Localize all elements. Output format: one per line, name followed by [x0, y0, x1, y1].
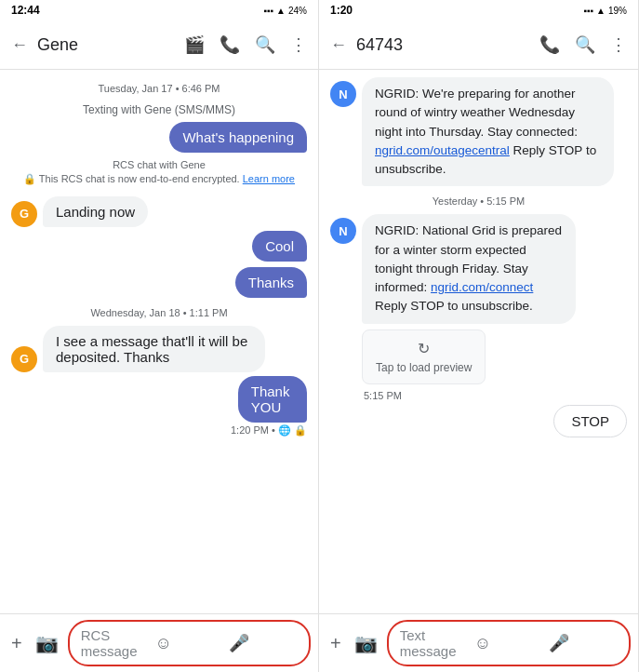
signal-icon-right: ▪▪▪ — [583, 6, 593, 16]
sms-label: Texting with Gene (SMS/MMS) — [11, 103, 307, 116]
time-right: 1:20 — [330, 4, 353, 17]
timestamp-1: Tuesday, Jan 17 • 6:46 PM — [11, 83, 307, 94]
text-placeholder: Text message — [400, 627, 469, 659]
avatar-ngrid-2: N — [330, 218, 356, 244]
ngrid-bubble-1: NGRID: We're preparing for another round… — [362, 77, 614, 186]
wifi-icon: ▲ — [276, 6, 286, 16]
left-phone-panel: 12:44 ▪▪▪ ▲ 24% ← Gene 🎬 📞 🔍 ⋮ Tuesday, … — [0, 0, 319, 672]
right-phone-panel: 1:20 ▪▪▪ ▲ 19% ← 64743 📞 🔍 ⋮ N NGRID: We… — [319, 0, 639, 672]
phone-icon[interactable]: 📞 — [216, 31, 244, 59]
received-row-1: G Landing now — [11, 196, 307, 227]
signal-icon: ▪▪▪ — [263, 6, 273, 16]
nav-bar-right: ← 64743 📞 🔍 ⋮ — [319, 20, 638, 69]
back-button-left[interactable]: ← — [7, 32, 32, 59]
add-icon-left[interactable]: + — [7, 629, 26, 658]
time-left: 12:44 — [11, 4, 40, 17]
ngrid-row-2: N NGRID: National Grid is prepared for a… — [330, 214, 627, 383]
more-options-icon-right[interactable]: ⋮ — [606, 31, 631, 59]
video-call-icon[interactable]: 🎬 — [180, 31, 208, 59]
load-preview-label: Tap to load preview — [376, 361, 472, 374]
avatar-gene-2: G — [11, 346, 37, 372]
battery-left: 24% — [288, 6, 307, 16]
status-icons-left: ▪▪▪ ▲ 24% — [263, 6, 307, 16]
ngrid-link-2[interactable]: ngrid.com/connect — [431, 280, 533, 294]
phone-icon-right[interactable]: 📞 — [536, 31, 564, 59]
rcs-info-label: RCS chat with Gene 🔒 This RCS chat is no… — [11, 158, 307, 187]
ngrid-row-1: N NGRID: We're preparing for another rou… — [330, 77, 627, 186]
search-icon-right[interactable]: 🔍 — [571, 31, 599, 59]
sent-bubble-thankyou: Thank YOU — [238, 376, 307, 423]
msg-time-left: 1:20 PM • 🌐 🔒 — [231, 424, 307, 437]
add-icon-right[interactable]: + — [326, 629, 345, 658]
emoji-icon-right[interactable]: ☺ — [474, 634, 543, 653]
sent-bubble-thanks: Thanks — [235, 267, 307, 298]
learn-more-link[interactable]: Learn more — [243, 173, 295, 184]
mic-icon-left[interactable]: 🎤 — [229, 633, 298, 653]
contact-name-left: Gene — [37, 35, 175, 55]
avatar-ngrid-1: N — [330, 81, 356, 107]
received-bubble-1: Landing now — [43, 196, 148, 227]
sent-bubble-1: What's happening — [169, 122, 307, 153]
avatar-gene: G — [11, 201, 37, 227]
sent-bubble-cool: Cool — [252, 231, 307, 262]
battery-right: 19% — [608, 6, 627, 16]
load-preview-box[interactable]: ↻ Tap to load preview — [362, 329, 486, 384]
wifi-icon-right: ▲ — [596, 6, 606, 16]
mic-icon-right[interactable]: 🎤 — [549, 633, 618, 653]
ngrid-bubble-2: NGRID: National Grid is prepared for a w… — [362, 214, 576, 323]
nav-bar-left: ← Gene 🎬 📞 🔍 ⋮ — [0, 20, 318, 69]
timestamp-yesterday: Yesterday • 5:15 PM — [330, 195, 627, 207]
camera-icon-left[interactable]: 📷 — [32, 628, 62, 658]
status-bar-left: 12:44 ▪▪▪ ▲ 24% — [0, 0, 318, 20]
input-area-right[interactable]: + 📷 Text message ☺ 🎤 — [319, 613, 638, 672]
rcs-placeholder: RCS message — [81, 627, 150, 659]
msg-time-right: 5:15 PM — [364, 390, 627, 401]
nav-icons-right: 📞 🔍 ⋮ — [536, 31, 631, 59]
ngrid-link-1[interactable]: ngrid.com/outagecentral — [375, 143, 510, 157]
thank-you-section: Thank YOU 1:20 PM • 🌐 🔒 — [208, 376, 307, 437]
messages-area-left[interactable]: Tuesday, Jan 17 • 6:46 PM Texting with G… — [0, 70, 318, 613]
status-icons-right: ▪▪▪ ▲ 19% — [583, 6, 627, 16]
input-area-left[interactable]: + 📷 RCS message ☺ 🎤 — [0, 613, 318, 672]
camera-icon-right[interactable]: 📷 — [351, 628, 381, 658]
timestamp-2: Wednesday, Jan 18 • 1:11 PM — [11, 307, 307, 318]
input-wrapper-right[interactable]: Text message ☺ 🎤 — [387, 620, 631, 666]
emoji-icon-left[interactable]: ☺ — [154, 634, 223, 653]
status-bar-right: 1:20 ▪▪▪ ▲ 19% — [319, 0, 638, 20]
messages-area-right[interactable]: N NGRID: We're preparing for another rou… — [319, 70, 638, 613]
search-icon[interactable]: 🔍 — [251, 31, 279, 59]
contact-name-right: 64743 — [356, 35, 530, 55]
nav-icons-left: 🎬 📞 🔍 ⋮ — [180, 31, 311, 59]
stop-bubble: STOP — [553, 405, 627, 437]
received-row-2: G I see a message that'll it will be dep… — [11, 326, 307, 372]
back-button-right[interactable]: ← — [326, 32, 351, 59]
ngrid-message-col: NGRID: National Grid is prepared for a w… — [362, 214, 614, 383]
received-bubble-2: I see a message that'll it will be depos… — [43, 326, 265, 372]
input-wrapper-left[interactable]: RCS message ☺ 🎤 — [68, 620, 311, 666]
reload-icon: ↻ — [376, 340, 472, 357]
more-options-icon[interactable]: ⋮ — [286, 31, 311, 59]
